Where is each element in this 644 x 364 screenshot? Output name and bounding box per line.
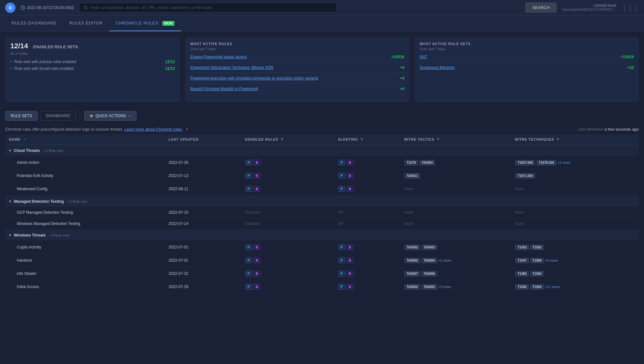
cell-name-1-0[interactable]: GCP Managed Detection Testing (5, 207, 165, 218)
badge-p-P: P (245, 284, 252, 290)
expand-btn-0[interactable]: ▾ (9, 148, 11, 153)
cell-tactics-2-3: TA0002TA0003+3 more (400, 280, 511, 294)
help-icon-tactics[interactable]: ? (437, 137, 440, 141)
tab-rules-dashboard[interactable]: RULES DASHBOARD (5, 15, 63, 31)
rules-table: NAME LAST UPDATED ENABLED RULES ? ALERTI… (5, 134, 639, 294)
topbar-right: SEARCH LOGGED IN AS sharat.ganesh@182312… (526, 3, 639, 13)
cell-name-0-2[interactable]: Weakened Config (5, 182, 165, 196)
search-bar[interactable] (79, 3, 337, 12)
techniques-more-2-1[interactable]: +3 more (545, 258, 558, 262)
cell-tactics-0-1: TA0011 (400, 169, 511, 182)
badge-tech-T1071.004: T1071.004 (515, 173, 535, 179)
badge-b-B: B (346, 160, 354, 165)
rule-link-1[interactable]: Powershell Obfuscation Technique: Bitwis… (190, 65, 397, 70)
rule-link-0[interactable]: Empire Powershell stager launch (190, 55, 389, 59)
tactics-more-2-3[interactable]: +3 more (438, 285, 451, 289)
cell-enabled-2-2: PB (241, 267, 334, 280)
cell-tactics-2-1: TA0002TA0004+1 more (400, 254, 511, 267)
rule-sets-button[interactable]: RULE SETS (5, 111, 38, 121)
cell-techniques-2-1: T1047T1059+3 more (511, 254, 639, 267)
col-enabled-rules: ENABLED RULES ? (241, 134, 334, 145)
tab-rules-editor[interactable]: RULES EDITOR (63, 15, 109, 31)
tactics-more-2-1[interactable]: +1 more (438, 258, 451, 262)
cell-date-0-1: 2022-07-13 (165, 169, 241, 182)
cell-name-2-0[interactable]: Crypto Activity (5, 241, 165, 254)
stats-cards: 12/14 ENABLED RULE SETS As of today •Rul… (0, 32, 644, 107)
badge-p-P: P (338, 186, 345, 192)
expand-btn-2[interactable]: ▾ (9, 233, 11, 238)
col-mitre-techniques: MITRE TECHNIQUES ? (511, 134, 639, 145)
col-mitre-tactics: MITRE TACTICS ? (400, 134, 511, 145)
col-name[interactable]: NAME (5, 134, 165, 145)
data-row-2-3: Initial Access2022-07-29PBPBTA0002TA0003… (5, 280, 639, 294)
ruleset-item-1: Suspicious Behavior +12 (420, 65, 634, 72)
data-row-2-0: Crypto Activity2022-07-01PBPBTA0002TA000… (5, 241, 639, 254)
cell-name-2-1[interactable]: Hacktool (5, 254, 165, 267)
cell-name-2-3[interactable]: Initial Access (5, 280, 165, 294)
data-row-0-0: Admin Action2022-07-26PBPBT1078TA0003T10… (5, 156, 639, 169)
help-icon-enabled[interactable]: ? (281, 137, 283, 141)
search-button[interactable]: SEARCH (526, 3, 556, 13)
cell-enabled-1-0: Disabled (241, 207, 334, 218)
help-icon-alerting[interactable]: ? (361, 137, 363, 141)
badge-b-B: B (253, 271, 260, 276)
ruleset-link-1[interactable]: Suspicious Behavior (420, 65, 625, 70)
group-count-1: • 2 Rule sets (66, 200, 87, 203)
tab-chronicle-rules[interactable]: CHRONICLE RULES NEW (109, 15, 181, 31)
cell-alerting-0-2: PB (334, 182, 400, 196)
cell-date-1-1: 2022-07-14 (165, 218, 241, 229)
dashboard-button[interactable]: DASHBOARD (40, 111, 76, 121)
cell-date-2-1: 2022-07-01 (165, 254, 241, 267)
badge-tactic-TA0002: TA0002 (404, 284, 420, 290)
badge-tactic-TA0003: TA0003 (421, 245, 437, 250)
rule-link-3[interactable]: Base64 Encoded Base64 in Powershell (190, 87, 397, 91)
techniques-more-2-3[interactable]: +11 more (545, 285, 560, 289)
badge-p-P: P (338, 173, 345, 179)
learn-more-link[interactable]: Learn more about Chronicle rules. (124, 127, 183, 132)
stat-value-0: 12/12 (165, 60, 175, 64)
cell-name-0-1[interactable]: Potential Exfil Activity (5, 169, 165, 182)
cell-name-2-2[interactable]: Info Stealer (5, 267, 165, 280)
lightning-icon (89, 114, 94, 118)
quick-actions-button[interactable]: QUICK ACTIONS (84, 111, 137, 121)
data-row-2-1: Hacktool2022-07-01PBPBTA0002TA0004+1 mor… (5, 254, 639, 267)
search-input[interactable] (90, 5, 333, 10)
stat-row-1: •Rule sets with broad rules enabled 12/1… (10, 66, 175, 71)
rule-link-2[interactable]: Powershell execution with encoded comman… (190, 76, 397, 80)
group-count-2: • 9 Rule sets (48, 233, 69, 237)
rule-count-2: +4 (400, 76, 404, 80)
cell-name-1-1[interactable]: Windows Managed Detection Testing (5, 218, 165, 229)
data-row-0-1: Potential Exfil Activity2022-07-13PBPBTA… (5, 169, 639, 182)
rule-item-3: Base64 Encoded Base64 in Powershell +4 (190, 87, 404, 94)
most-active-rules-card: MOST ACTIVE RULES Over last 7 days Empir… (185, 37, 409, 102)
rules-table-wrap: NAME LAST UPDATED ENABLED RULES ? ALERTI… (0, 134, 644, 299)
new-badge: NEW (162, 21, 174, 26)
stat-row-0: •Rule sets with precise rules enabled 12… (10, 59, 175, 64)
svg-marker-3 (90, 114, 93, 118)
badge-b-B: B (346, 271, 354, 276)
rule-item-0: Empire Powershell stager launch +10019 (190, 55, 404, 62)
sort-icon (23, 137, 27, 141)
grid-icon[interactable]: ⋮⋮⋮ (621, 4, 639, 11)
cell-date-1-0: 2022-07-15 (165, 207, 241, 218)
expand-btn-1[interactable]: ▾ (9, 199, 11, 204)
ruleset-item-0: RAT +10019 (420, 55, 634, 62)
techniques-more-0-0[interactable]: +2 more (557, 161, 571, 164)
ruleset-link-0[interactable]: RAT (420, 55, 618, 59)
badge-b-B: B (253, 186, 260, 192)
cell-techniques-1-1: None (511, 218, 639, 229)
cell-alerting-1-0: Off (334, 207, 400, 218)
help-icon-techniques[interactable]: ? (557, 137, 559, 141)
cell-enabled-0-0: PB (241, 156, 334, 169)
group-label-2: Windows Threats (14, 233, 46, 238)
rule-count-3: +4 (400, 87, 404, 91)
rule-count-0: +10019 (391, 55, 404, 59)
cell-tactics-2-0: TA0002TA0003 (400, 241, 511, 254)
badge-tactic-TA0002: TA0002 (404, 245, 420, 250)
enabled-rule-sets-card: 12/14 ENABLED RULE SETS As of today •Rul… (5, 37, 180, 102)
cell-name-0-0[interactable]: Admin Action (5, 156, 165, 169)
last-refreshed: Last refreshed: a few seconds ago (578, 127, 639, 132)
data-row-1-0: GCP Managed Detection Testing2022-07-15D… (5, 207, 639, 218)
most-active-rules-list: Empire Powershell stager launch +10019 P… (190, 55, 404, 97)
badge-b-B: B (253, 284, 260, 290)
